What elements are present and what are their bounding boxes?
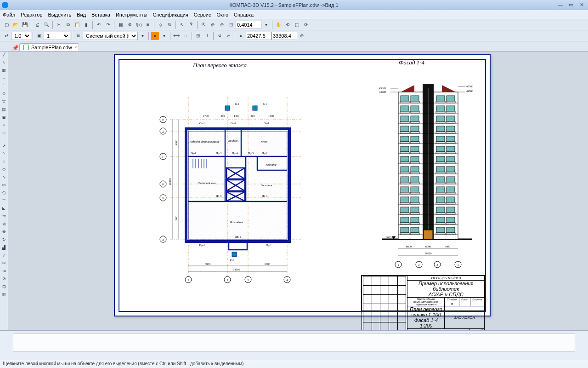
- menu-window[interactable]: Окно: [216, 12, 228, 17]
- maximize-button[interactable]: ▭: [566, 2, 576, 8]
- tool-scale-icon[interactable]: ⤢: [1, 253, 7, 259]
- tool-mirror-icon[interactable]: ▟: [1, 245, 7, 252]
- zoom-drop-icon[interactable]: ▾: [262, 21, 270, 29]
- redraw-icon[interactable]: ⟳: [302, 21, 310, 29]
- minimize-button[interactable]: —: [556, 2, 565, 7]
- style-icon[interactable]: ●: [151, 32, 159, 40]
- tool-fillet-icon[interactable]: ⌒: [1, 198, 7, 205]
- command-input[interactable]: [13, 334, 575, 352]
- layer-select[interactable]: Системный слой (0): [83, 32, 138, 40]
- tool-arc-icon[interactable]: ◝: [1, 151, 7, 158]
- close-button[interactable]: ✕: [577, 2, 586, 8]
- redo-icon[interactable]: ↷: [104, 21, 112, 29]
- view-icon[interactable]: ▣: [35, 32, 43, 40]
- zoom-window-icon[interactable]: ⇱: [199, 21, 208, 29]
- tool-break-icon[interactable]: ⊘: [1, 276, 7, 283]
- undo-icon[interactable]: ↶: [95, 21, 103, 29]
- drawing-canvas[interactable]: План первого этажа Фасад 1-4: [8, 52, 588, 330]
- menu-select[interactable]: Выделить: [48, 12, 71, 17]
- coord-icon[interactable]: ↯: [215, 32, 224, 40]
- ortho-icon[interactable]: ⊥: [203, 32, 211, 40]
- open-icon[interactable]: 📂: [11, 21, 20, 29]
- document-tab[interactable]: SampleFPlan.cdw ×: [19, 43, 79, 51]
- print-icon[interactable]: 🖨: [33, 21, 41, 29]
- tool-poly-icon[interactable]: ⬠: [1, 190, 7, 197]
- refresh-icon[interactable]: ↻: [165, 21, 174, 29]
- tool-select-icon[interactable]: ↖: [1, 60, 7, 67]
- tool-point-icon[interactable]: •: [1, 123, 7, 129]
- svg-rect-229: [436, 233, 445, 235]
- step-select[interactable]: 1: [44, 32, 70, 40]
- tool-group-icon[interactable]: ⊡: [1, 284, 7, 291]
- menu-help[interactable]: Справка: [234, 12, 254, 17]
- copy-icon[interactable]: ⧉: [64, 21, 72, 29]
- props-icon[interactable]: ▦: [116, 21, 124, 29]
- grid-icon[interactable]: ⊞: [194, 32, 202, 40]
- zoom-out-icon[interactable]: ⊖: [218, 21, 226, 29]
- svg-rect-225: [400, 233, 409, 235]
- tool-rough-icon[interactable]: ▽: [1, 99, 7, 106]
- tool-extend-icon[interactable]: ⇥: [1, 269, 7, 275]
- tool-dim-icon[interactable]: ↔: [1, 76, 7, 82]
- preview-icon[interactable]: 🔍: [42, 21, 51, 29]
- tool-table-icon[interactable]: ▤: [1, 107, 7, 114]
- zoom-input[interactable]: [236, 21, 261, 29]
- pan-icon[interactable]: ✋: [274, 21, 283, 29]
- save-icon[interactable]: 💾: [21, 21, 29, 29]
- svg-text:18000: 18000: [233, 268, 240, 271]
- layer-mgr-icon[interactable]: ▾: [138, 32, 147, 40]
- menu-edit[interactable]: Редактор: [21, 12, 42, 17]
- menu-service[interactable]: Сервис: [194, 12, 211, 17]
- menu-tools[interactable]: Инструменты: [116, 12, 147, 17]
- tool-circle-icon[interactable]: ○: [1, 159, 7, 166]
- tool-chamfer-icon[interactable]: ◣: [1, 206, 7, 213]
- menu-view[interactable]: Вид: [77, 12, 86, 17]
- cursor-icon[interactable]: ↖: [178, 21, 186, 29]
- tool-measure-icon[interactable]: ↗: [1, 144, 7, 150]
- manager-icon[interactable]: ⚙: [125, 21, 134, 29]
- cut-icon[interactable]: ✂: [55, 21, 63, 29]
- coord-lock-icon[interactable]: ⊕: [298, 32, 306, 40]
- tool-text-icon[interactable]: T: [1, 84, 7, 90]
- snap-icon[interactable]: ⇄: [2, 32, 11, 40]
- tool-trim-icon[interactable]: ✂: [1, 261, 7, 267]
- dim-icon[interactable]: ⟷: [172, 32, 181, 40]
- layers-icon[interactable]: ≋: [74, 32, 82, 40]
- vars-icon[interactable]: ≡: [144, 21, 152, 29]
- rounded-icon[interactable]: ⌐: [225, 32, 233, 40]
- tool-line-icon[interactable]: ╱: [1, 52, 7, 59]
- brush-icon[interactable]: ▮: [82, 21, 90, 29]
- xy-icon[interactable]: ▸: [237, 32, 245, 40]
- scale-select[interactable]: 1.0: [11, 32, 31, 40]
- tool-axis-icon[interactable]: ⊹: [1, 131, 7, 137]
- tool-symbol-icon[interactable]: Ω: [1, 92, 7, 98]
- menu-insert[interactable]: Вставка: [91, 12, 110, 17]
- fn-icon[interactable]: f(x): [135, 21, 143, 29]
- tool-lib-icon[interactable]: ▥: [1, 292, 7, 299]
- zoom-all-icon[interactable]: ⬚: [293, 21, 301, 29]
- menu-file[interactable]: Файл: [3, 12, 15, 17]
- coord-x[interactable]: [246, 32, 271, 40]
- stop-icon[interactable]: ⦸: [156, 21, 164, 29]
- tool-ellipse-icon[interactable]: ⬭: [1, 167, 7, 173]
- zoom-in-icon[interactable]: ⊕: [209, 21, 217, 29]
- tool-offset-icon[interactable]: ⇉: [1, 214, 7, 220]
- tool-hatch-icon[interactable]: ▦: [1, 68, 7, 75]
- tool-rect-icon[interactable]: ▭: [1, 183, 7, 189]
- coord-y[interactable]: [271, 32, 297, 40]
- menu-spec[interactable]: Спецификация: [153, 12, 188, 17]
- tool-view-icon[interactable]: ▣: [1, 115, 7, 121]
- tool-rotate-icon[interactable]: ↻: [1, 237, 7, 244]
- zoom-fit-icon[interactable]: ⊡: [227, 21, 235, 29]
- pin-icon[interactable]: 📌: [12, 45, 19, 51]
- dim2-icon[interactable]: ↔: [181, 32, 190, 40]
- help-cursor-icon[interactable]: ?: [187, 21, 195, 29]
- dropdown-icon[interactable]: ▾: [160, 32, 168, 40]
- close-tab-icon[interactable]: ×: [74, 45, 77, 50]
- paste-icon[interactable]: 📋: [73, 21, 81, 29]
- new-icon[interactable]: ▢: [2, 21, 11, 29]
- tool-spline-icon[interactable]: ∿: [1, 175, 7, 181]
- zoom-prev-icon[interactable]: ⟲: [283, 21, 292, 29]
- tool-copy-icon[interactable]: ⧉: [1, 222, 7, 228]
- tool-move-icon[interactable]: ✥: [1, 230, 7, 236]
